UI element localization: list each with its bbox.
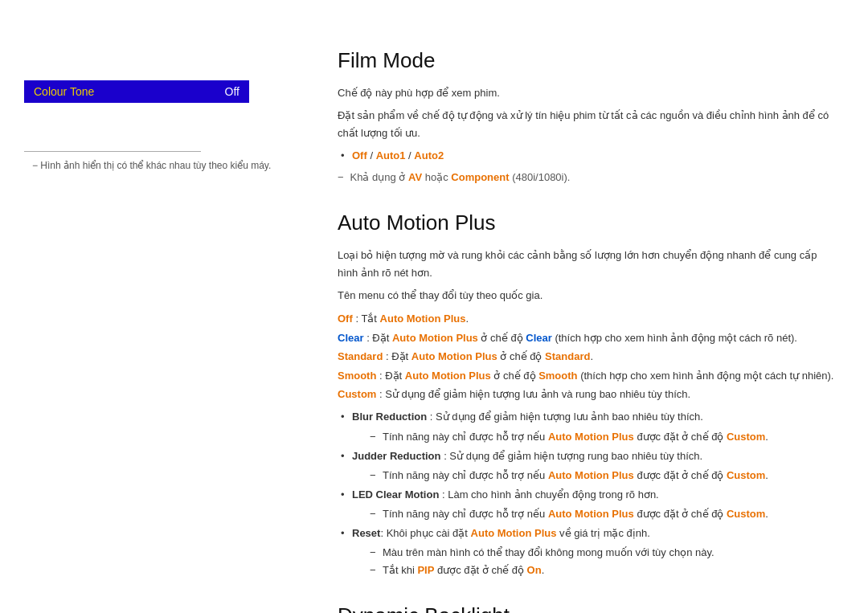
led-sub-item: Tính năng này chỉ được hỗ trợ nếu Auto M…	[368, 505, 836, 523]
auto-motion-custom: Custom : Sử dụng để giảm hiện tượng lưu …	[338, 385, 836, 403]
blur-sub-list: Tính năng này chỉ được hỗ trợ nếu Auto M…	[352, 428, 836, 446]
auto-motion-bullets: Blur Reduction : Sử dụng để giảm hiện tư…	[338, 408, 836, 579]
film-mode-title: Film Mode	[338, 48, 836, 73]
reset-item: Reset: Khôi phục cài đặt Auto Motion Plu…	[338, 525, 836, 579]
blur-sub-item: Tính năng này chỉ được hỗ trợ nếu Auto M…	[368, 428, 836, 446]
led-clear-motion-item: LED Clear Motion : Làm cho hình ảnh chuy…	[338, 486, 836, 523]
film-mode-bullet1: Off / Auto1 / Auto2	[338, 147, 836, 165]
reset-sub2: Tắt khi PIP được đặt ở chế độ On.	[368, 562, 836, 579]
blur-reduction-label: Blur Reduction	[352, 411, 427, 423]
film-mode-bullets: Off / Auto1 / Auto2	[338, 147, 836, 165]
auto-motion-smooth: Smooth : Đặt Auto Motion Plus ở chế độ S…	[338, 366, 836, 385]
film-slash1: /	[367, 149, 376, 161]
film-off: Off	[352, 149, 367, 161]
judder-reduction-item: Judder Reduction : Sử dụng để giảm hiện …	[338, 447, 836, 484]
led-sub-list: Tính năng này chỉ được hỗ trợ nếu Auto M…	[352, 505, 836, 523]
auto-motion-title: Auto Motion Plus	[338, 210, 836, 235]
dynamic-backlight-section: Dynamic Backlight Tự động điều chỉnh đèn…	[338, 603, 836, 613]
reset-sub-list: Màu trên màn hình có thể thay đổi không …	[352, 544, 836, 579]
main-content: Film Mode Chế độ này phù hợp để xem phim…	[338, 48, 836, 613]
sidebar: Colour Tone Off Hình ảnh hiển thị có thể…	[24, 80, 273, 171]
colour-tone-value: Off	[225, 85, 240, 98]
dynamic-backlight-title: Dynamic Backlight	[338, 603, 836, 613]
film-auto1: Auto1	[376, 149, 406, 161]
film-mode-section: Film Mode Chế độ này phù hợp để xem phim…	[338, 48, 836, 186]
sidebar-divider	[24, 151, 201, 152]
led-clear-motion-label: LED Clear Motion	[352, 488, 439, 501]
judder-reduction-label: Judder Reduction	[352, 450, 441, 462]
auto-motion-off: Off : Tắt Auto Motion Plus.	[338, 309, 836, 328]
colour-tone-label: Colour Tone	[34, 85, 94, 98]
film-mode-note1: Khả dụng ở AV hoặc Component (480i/1080i…	[338, 170, 836, 186]
auto-motion-standard: Standard : Đặt Auto Motion Plus ở chế độ…	[338, 347, 836, 366]
film-mode-desc2: Đặt sản phẩm về chế độ tự động và xử lý …	[338, 107, 836, 142]
reset-label: Reset	[352, 527, 380, 539]
film-auto2: Auto2	[414, 149, 444, 161]
reset-sub1: Màu trên màn hình có thể thay đổi không …	[368, 544, 836, 562]
auto-motion-desc2: Tên menu có thể thay đổi tùy theo quốc g…	[338, 287, 836, 304]
blur-reduction-item: Blur Reduction : Sử dụng để giảm hiện tư…	[338, 408, 836, 445]
judder-sub-list: Tính năng này chỉ được hỗ trợ nếu Auto M…	[352, 467, 836, 484]
colour-tone-bar[interactable]: Colour Tone Off	[24, 80, 249, 103]
judder-sub-item: Tính năng này chỉ được hỗ trợ nếu Auto M…	[368, 467, 836, 484]
sidebar-note: Hình ảnh hiển thị có thể khác nhau tùy t…	[24, 160, 273, 171]
film-slash2: /	[405, 149, 414, 161]
auto-motion-section: Auto Motion Plus Loại bỏ hiện tượng mờ v…	[338, 210, 836, 579]
film-av: AV	[408, 171, 422, 183]
film-mode-desc1: Chế độ này phù hợp để xem phim.	[338, 84, 836, 102]
auto-motion-clear: Clear : Đặt Auto Motion Plus ở chế độ Cl…	[338, 329, 836, 347]
film-component: Component	[451, 171, 509, 183]
auto-motion-desc1: Loại bỏ hiện tượng mờ và rung khỏi các c…	[338, 247, 836, 282]
